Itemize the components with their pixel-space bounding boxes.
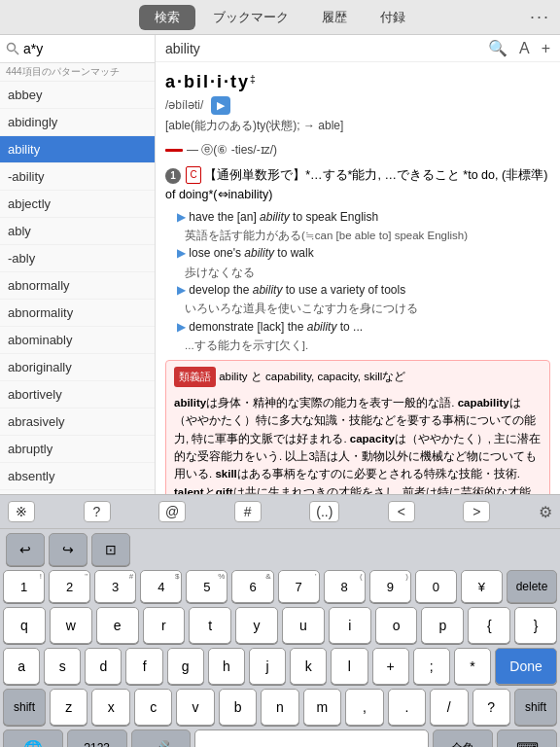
key-comma[interactable]: ,: [345, 689, 383, 726]
key-semicolon[interactable]: ;: [413, 648, 450, 685]
settings-gear-icon[interactable]: ⚙: [539, 503, 552, 521]
key-u[interactable]: u: [282, 607, 325, 644]
key-l[interactable]: l: [331, 648, 368, 685]
sym-hash[interactable]: #: [234, 501, 262, 522]
key-d[interactable]: d: [85, 648, 122, 685]
key-globe[interactable]: 🌐: [3, 729, 63, 747]
note-words: ability と capability, capacity, skillなど: [219, 371, 405, 382]
word-list-item[interactable]: abrasively: [0, 409, 155, 436]
tab-bookmark[interactable]: ブックマーク: [197, 5, 304, 30]
sym-asterisk[interactable]: ※: [8, 501, 35, 522]
redo-button[interactable]: ↪: [49, 533, 88, 566]
key-num-switch[interactable]: ?123: [67, 729, 127, 747]
more-menu-icon[interactable]: ···: [530, 7, 550, 27]
key-done[interactable]: Done: [495, 648, 557, 685]
key-rbracket[interactable]: }: [514, 607, 557, 644]
key-asterisk[interactable]: *: [454, 648, 491, 685]
word-list-item[interactable]: abbey: [0, 82, 155, 109]
font-size-icon[interactable]: A: [519, 40, 530, 57]
key-8[interactable]: (8: [324, 570, 366, 603]
word-list-item[interactable]: abortively: [0, 381, 155, 409]
key-c[interactable]: c: [134, 689, 172, 726]
tab-appendix[interactable]: 付録: [365, 5, 421, 30]
key-fullwidth[interactable]: 全角: [433, 729, 493, 747]
key-t[interactable]: t: [189, 607, 231, 644]
pron-text: /əbíləti/: [165, 98, 203, 112]
key-plus[interactable]: +: [372, 648, 409, 685]
key-4[interactable]: $4: [140, 570, 182, 603]
key-slash[interactable]: /: [430, 689, 468, 726]
key-a[interactable]: a: [3, 648, 40, 685]
key-s[interactable]: s: [44, 648, 81, 685]
sym-question[interactable]: ?: [84, 501, 111, 522]
key-j[interactable]: j: [249, 648, 286, 685]
word-list-item[interactable]: -ably: [0, 245, 155, 272]
search-input[interactable]: [23, 41, 156, 56]
key-7[interactable]: '7: [278, 570, 320, 603]
word-list-item[interactable]: abjectly: [0, 191, 155, 218]
word-list-item[interactable]: -ability: [0, 163, 155, 191]
sym-gt[interactable]: >: [463, 501, 490, 522]
key-keyboard[interactable]: ⌨: [497, 729, 557, 747]
dash-line: ― ⓔ(⑥ -ties/-ɪz/): [165, 139, 550, 161]
word-list-item[interactable]: abominably: [0, 327, 155, 354]
add-icon[interactable]: +: [542, 40, 550, 57]
word-list-item[interactable]: absently: [0, 463, 155, 490]
key-1[interactable]: !1: [3, 570, 45, 603]
key-o[interactable]: o: [375, 607, 418, 644]
key-r[interactable]: r: [143, 607, 186, 644]
key-b[interactable]: b: [219, 689, 257, 726]
word-list-item[interactable]: ability: [0, 136, 155, 163]
key-p[interactable]: p: [421, 607, 464, 644]
key-i[interactable]: i: [329, 607, 371, 644]
tab-search[interactable]: 検索: [139, 5, 195, 30]
word-list-item[interactable]: abnormally: [0, 272, 155, 300]
key-9[interactable]: )9: [369, 570, 411, 603]
key-5[interactable]: %5: [186, 570, 228, 603]
key-shift-left[interactable]: shift: [3, 689, 46, 726]
key-yen[interactable]: ¥: [461, 570, 503, 603]
sym-at[interactable]: @: [158, 501, 186, 522]
arrow-icon-1: ▶: [177, 210, 186, 224]
key-x[interactable]: x: [91, 689, 129, 726]
key-h[interactable]: h: [208, 648, 245, 685]
key-q[interactable]: q: [3, 607, 46, 644]
key-period[interactable]: .: [388, 689, 426, 726]
undo-button[interactable]: ↩: [6, 533, 45, 566]
key-n[interactable]: n: [261, 689, 298, 726]
word-list-item[interactable]: ably: [0, 218, 155, 245]
note-header: 類義語: [174, 367, 216, 387]
word-list-item[interactable]: aboriginally: [0, 354, 155, 381]
key-w[interactable]: w: [50, 607, 92, 644]
key-6[interactable]: &6: [231, 570, 273, 603]
key-2[interactable]: "2: [49, 570, 90, 603]
key-v[interactable]: v: [176, 689, 214, 726]
tab-history[interactable]: 履歴: [306, 5, 363, 30]
word-list-item[interactable]: abnormality: [0, 300, 155, 327]
key-g[interactable]: g: [167, 648, 204, 685]
key-y[interactable]: y: [235, 607, 278, 644]
key-z[interactable]: z: [50, 689, 88, 726]
key-f[interactable]: f: [125, 648, 162, 685]
search-content-icon[interactable]: 🔍: [488, 39, 508, 57]
key-space[interactable]: [194, 729, 429, 747]
keyboard: ↩ ↪ ⊡ !1 "2 #3 $4 %5 &6 '7 (8 )9 0 ¥ del…: [0, 529, 560, 747]
audio-button[interactable]: ▶: [211, 96, 230, 116]
key-e[interactable]: e: [96, 607, 139, 644]
sym-paren[interactable]: (..): [309, 501, 339, 522]
key-3[interactable]: #3: [94, 570, 136, 603]
copy-button[interactable]: ⊡: [91, 533, 130, 566]
word-list-item[interactable]: abruptly: [0, 436, 155, 463]
sym-lt[interactable]: <: [388, 501, 415, 522]
key-m[interactable]: m: [303, 689, 341, 726]
key-shift-right[interactable]: shift: [514, 689, 557, 726]
key-mic[interactable]: 🎤: [131, 729, 192, 747]
key-k[interactable]: k: [290, 648, 327, 685]
svg-line-1: [15, 51, 18, 54]
word-list-item[interactable]: absentmindedly: [0, 490, 155, 494]
word-list-item[interactable]: abidingly: [0, 109, 155, 136]
key-qmark[interactable]: ?: [472, 689, 510, 726]
key-0[interactable]: 0: [415, 570, 457, 603]
key-lbracket[interactable]: {: [468, 607, 510, 644]
key-delete[interactable]: delete: [507, 570, 557, 603]
